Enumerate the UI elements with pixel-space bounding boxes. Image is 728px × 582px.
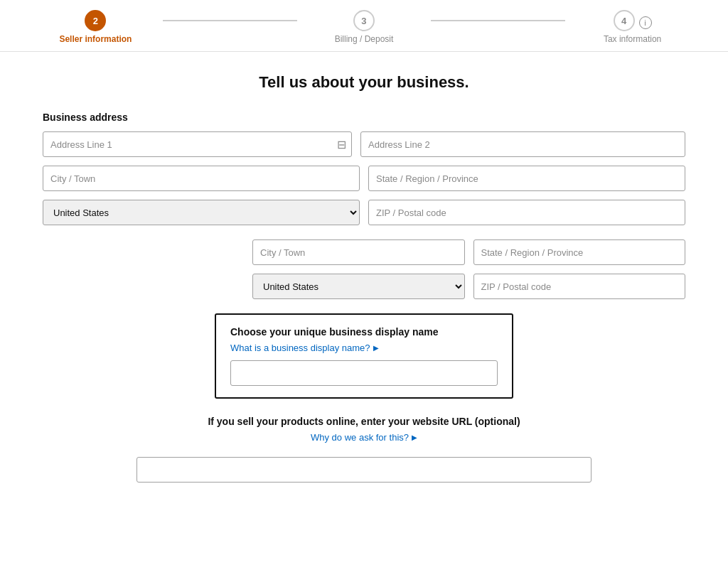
business-address-label: Business address (43, 112, 685, 123)
step-label-billing: Billing / Deposit (335, 34, 394, 44)
website-link-chevron: ▶ (412, 433, 417, 441)
address-line1-wrapper: ⊟ (43, 131, 352, 157)
country-select[interactable]: United States (43, 200, 360, 225)
step-seller-info[interactable]: 2 Seller information (28, 10, 163, 44)
connector-2 (431, 20, 565, 21)
website-section: If you sell your products online, enter … (136, 416, 592, 483)
website-link[interactable]: Why do we ask for this? ▶ (311, 432, 417, 443)
second-address-section: United States (43, 239, 685, 299)
connector-1 (163, 20, 297, 21)
display-name-box: Choose your unique business display name… (215, 313, 513, 399)
step-billing-deposit[interactable]: 3 Billing / Deposit (297, 10, 432, 44)
info-icon: i (639, 16, 652, 29)
second-zip-input[interactable] (473, 274, 686, 299)
second-address-row-2: United States (252, 274, 685, 299)
display-name-link[interactable]: What is a business display name? ▶ (230, 343, 379, 353)
display-name-title: Choose your unique business display name (230, 326, 498, 338)
step-label-seller-info: Seller information (59, 34, 132, 44)
display-name-chevron: ▶ (373, 344, 379, 352)
display-name-input[interactable] (230, 360, 498, 386)
website-title: If you sell your products online, enter … (136, 416, 592, 427)
address-row-1: ⊟ (43, 131, 685, 157)
second-country-select[interactable]: United States (252, 274, 465, 299)
address-row-3: United States (43, 200, 685, 225)
second-state-input[interactable] (473, 239, 686, 265)
address-line1-input[interactable] (43, 131, 352, 157)
website-input[interactable] (136, 457, 592, 483)
business-address-section: Business address ⊟ United States (43, 112, 685, 225)
second-city-input[interactable] (252, 239, 465, 265)
main-content: Tell us about your business. Business ad… (0, 52, 728, 511)
page-title: Tell us about your business. (43, 73, 685, 92)
stepper: 2 Seller information 3 Billing / Deposit… (0, 0, 728, 52)
city-input[interactable] (43, 166, 360, 191)
second-address-row-1 (252, 239, 685, 265)
step-circle-2: 2 (85, 10, 106, 31)
step-circle-4: 4 (614, 10, 635, 31)
address-row-2 (43, 166, 685, 191)
zip-input[interactable] (368, 200, 685, 225)
step-tax-info[interactable]: 4 i Tax information (565, 10, 700, 44)
step-label-tax: Tax information (604, 34, 661, 44)
address-line2-input[interactable] (360, 131, 685, 157)
step-circle-3: 3 (353, 10, 375, 31)
state-input[interactable] (368, 166, 685, 191)
